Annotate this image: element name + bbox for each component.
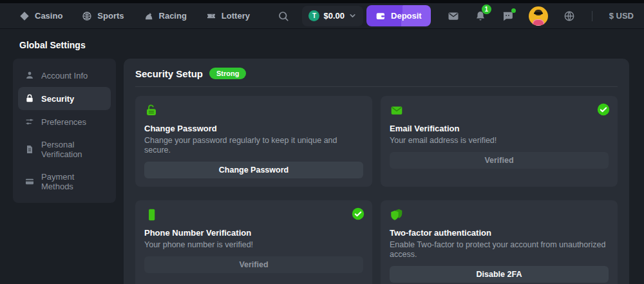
card-title: Phone Number Verification (144, 228, 363, 238)
document-icon (24, 144, 35, 155)
nav-item-label: Casino (35, 11, 62, 21)
sidebar-item-label: Account Info (41, 71, 88, 80)
envelope-icon (390, 104, 609, 117)
nav-divider (592, 11, 592, 21)
card-title: Change Password (144, 124, 363, 133)
currency-selector[interactable]: $ USD (609, 11, 634, 21)
sidebar-item-account-info[interactable]: Account Info (18, 64, 111, 87)
card-description: Enable Two-factor to protect your accoun… (390, 240, 609, 260)
card-title: Two-factor authentication (390, 228, 609, 238)
sidebar-item-label: Preferences (41, 117, 86, 127)
security-setup-panel: Security Setup Strong Change Password Ch… (124, 59, 629, 284)
nav-item-label: Sports (97, 11, 124, 21)
globe-language-icon[interactable] (564, 10, 575, 22)
page-title: Global Settings (19, 40, 629, 50)
settings-sidebar: Account Info Security Preferences Person… (13, 59, 116, 203)
sidebar-item-label: Personal Verification (41, 140, 104, 159)
sidebar-item-label: Payment Methods (41, 172, 104, 191)
email-verified-button[interactable]: Verified (390, 152, 609, 169)
nav-item-lottery[interactable]: Lottery (206, 11, 250, 21)
phone-icon (144, 208, 363, 222)
card-two-factor: Two-factor authentication Enable Two-fac… (381, 200, 618, 284)
search-icon[interactable] (278, 10, 289, 22)
card-description: Your phone number is verified! (144, 240, 363, 250)
lock-icon (24, 93, 35, 104)
deposit-label: Deposit (391, 11, 422, 21)
nav-links: Casino Sports Racing Lottery (19, 11, 250, 21)
sliders-icon (24, 117, 35, 127)
chevron-down-icon (348, 12, 357, 20)
card-title: Email Verification (390, 124, 609, 133)
sidebar-item-label: Security (41, 94, 74, 104)
wallet-balance-selector[interactable]: T $0.00 (302, 6, 363, 26)
change-password-button[interactable]: Change Password (144, 162, 363, 178)
racing-horse-icon (144, 11, 154, 21)
sidebar-item-payment-methods[interactable]: Payment Methods (18, 166, 111, 198)
chat-icon[interactable] (502, 10, 513, 22)
nav-item-racing[interactable]: Racing (144, 11, 187, 21)
verified-check-icon (352, 207, 365, 220)
mail-icon[interactable] (448, 10, 459, 22)
casino-diamond-icon (19, 11, 30, 21)
nav-item-casino[interactable]: Casino (19, 11, 62, 21)
credit-card-icon (24, 176, 35, 187)
shield-icon (390, 208, 609, 222)
chat-online-dot (511, 8, 516, 13)
sidebar-item-personal-verification[interactable]: Personal Verification (18, 133, 111, 166)
card-email-verification: Email Verification Your email address is… (381, 96, 618, 187)
phone-verified-button[interactable]: Verified (144, 256, 363, 273)
nav-actions: T $0.00 Deposit 1 (278, 5, 634, 26)
sidebar-item-security[interactable]: Security (18, 87, 111, 110)
nav-item-label: Lottery (222, 11, 250, 21)
nav-item-label: Racing (159, 11, 187, 21)
notification-count-badge: 1 (482, 5, 491, 14)
wallet-icon (375, 11, 386, 21)
verified-check-icon (597, 103, 610, 116)
deposit-button[interactable]: Deposit (366, 5, 431, 26)
card-change-password: Change Password Change your password reg… (135, 96, 372, 187)
card-phone-verification: Phone Number Verification Your phone num… (135, 200, 372, 284)
security-strength-badge: Strong (209, 68, 246, 79)
currency-label: $ USD (609, 11, 634, 21)
user-avatar[interactable] (529, 6, 548, 26)
icon-tray: 1 $ USD (448, 6, 634, 26)
card-description: Your email address is verified! (390, 136, 609, 146)
person-icon (24, 70, 35, 80)
lock-open-icon (144, 104, 363, 117)
card-description: Change your password regularly to keep i… (144, 136, 363, 155)
sidebar-item-preferences[interactable]: Preferences (18, 110, 111, 133)
tether-coin-icon: T (308, 10, 319, 21)
settings-page: Global Settings Account Info Security Pr… (0, 28, 644, 284)
lottery-ticket-icon (206, 11, 216, 21)
panel-title: Security Setup (135, 68, 203, 79)
nav-item-sports[interactable]: Sports (82, 11, 124, 21)
sports-ball-icon (82, 11, 92, 21)
disable-2fa-button[interactable]: Disable 2FA (390, 266, 609, 283)
notifications-bell[interactable]: 1 (475, 10, 486, 22)
balance-amount: $0.00 (323, 11, 345, 21)
top-navbar: Casino Sports Racing Lottery T $0.00 Dep… (0, 3, 644, 28)
